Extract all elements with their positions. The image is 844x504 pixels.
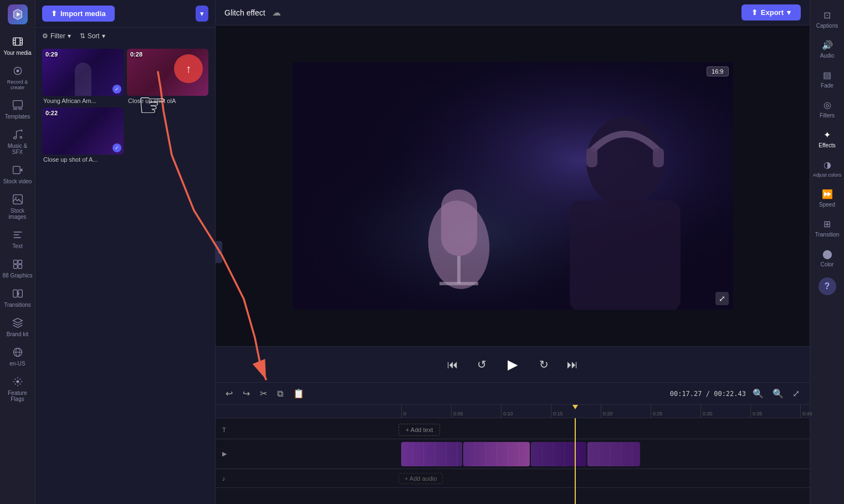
fade-label: Fade <box>821 83 833 89</box>
filter-chevron: ▾ <box>68 32 71 40</box>
collapse-panel-button[interactable]: ‹ <box>216 241 222 263</box>
right-sidebar-item-captions[interactable]: ⊡ Captions <box>810 4 844 34</box>
filter-label: Filter <box>50 32 65 40</box>
sidebar-item-music-sfx[interactable]: Music & SFX <box>0 124 35 160</box>
top-bar: Glitch effect ☁ ⬆ Export ▾ <box>216 0 810 25</box>
right-sidebar: ⊡ Captions 🔊 Audio ▤ Fade ◎ Filters ✦ Ef… <box>810 0 844 504</box>
right-sidebar-item-transition[interactable]: ⊞ Transition <box>810 213 844 243</box>
skip-forward-button[interactable]: ⏭ <box>564 356 581 373</box>
playhead-triangle <box>572 405 578 409</box>
import-label: Import media <box>60 9 106 18</box>
import-icon: ⬆ <box>51 9 57 18</box>
play-button[interactable]: ▶ <box>502 353 524 376</box>
export-label: Export <box>761 8 784 17</box>
audio-track-content[interactable]: + Add audio <box>398 469 810 487</box>
add-audio-button[interactable]: + Add audio <box>398 473 443 484</box>
stock-images-icon <box>12 193 24 205</box>
right-sidebar-item-color[interactable]: ⬤ Color <box>810 243 844 273</box>
timeline-toolbar: ↩ ↪ ✂ ⧉ 📋 00:17.27 / 00:22.43 🔍 🔍 ⤢ <box>216 383 810 405</box>
music-icon <box>12 128 24 141</box>
help-button[interactable]: ? <box>819 277 836 295</box>
redo-button[interactable]: ↪ <box>239 386 253 401</box>
svg-rect-38 <box>653 148 664 167</box>
sort-chevron: ▾ <box>102 32 105 40</box>
zoom-in-button[interactable]: 🔍 <box>769 387 787 400</box>
sort-icon: ⇅ <box>80 32 85 40</box>
feature-icon <box>12 376 24 388</box>
skip-back-button[interactable]: ⏮ <box>444 356 462 373</box>
svg-marker-15 <box>20 168 22 172</box>
sidebar-item-label: 88 Graphics <box>3 272 33 279</box>
clip3-duration: 0:22 <box>45 110 58 116</box>
ruler-tick-035: 0:35 <box>750 405 800 418</box>
svg-rect-37 <box>586 148 597 167</box>
right-sidebar-item-fade[interactable]: ▤ Fade <box>810 64 844 94</box>
video-clip-3[interactable] <box>531 442 586 466</box>
video-clip-2[interactable] <box>463 442 530 466</box>
text-track: T + Add text <box>216 420 810 439</box>
svg-rect-32 <box>441 189 477 256</box>
sidebar-item-stock-video[interactable]: Stock video <box>0 160 35 189</box>
template-icon <box>12 99 24 111</box>
undo-button[interactable]: ↩ <box>222 386 236 401</box>
media-item[interactable]: 0:22 ✓ Close up shot of A... <box>42 107 124 163</box>
clip3-check: ✓ <box>112 143 121 152</box>
sidebar-item-feature-flags[interactable]: Feature Flags <box>0 371 35 407</box>
clip2-duration: 0:28 <box>130 51 142 58</box>
svg-point-13 <box>20 136 22 138</box>
media-item[interactable]: 0:29 ✓ Young African Am... <box>42 49 124 104</box>
audio-track: ♪ + Add audio <box>216 469 810 488</box>
right-sidebar-item-effects[interactable]: ✦ Effects <box>810 124 844 154</box>
sidebar-item-label: Templates <box>5 114 30 120</box>
sidebar-item-templates[interactable]: Templates <box>0 95 35 124</box>
sidebar-item-brand-kit[interactable]: Brand kit <box>0 312 35 342</box>
clip2-label: Close up shot olA <box>127 96 208 104</box>
rewind-5s-button[interactable]: ↺ <box>473 356 490 373</box>
transition-icon: ⊞ <box>823 219 831 229</box>
sidebar-item-label: Transitions <box>4 302 31 308</box>
paste-button[interactable]: 📋 <box>290 386 308 401</box>
media-item-dragging[interactable]: 0:28 ↑ Close up shot olA <box>127 49 208 104</box>
filter-icon: ⚙ <box>42 32 48 40</box>
sidebar-item-label: Text <box>12 243 22 249</box>
sidebar-item-en-us[interactable]: en-US <box>0 342 35 371</box>
import-dropdown-button[interactable]: ▾ <box>196 6 208 22</box>
copy-button[interactable]: ⧉ <box>274 387 287 401</box>
left-sidebar: Your media Record &create Templates Musi… <box>0 0 35 504</box>
fullscreen-button[interactable]: ⤢ <box>715 292 729 305</box>
sidebar-item-stock-images[interactable]: Stock images <box>0 189 35 224</box>
svg-rect-36 <box>570 200 681 310</box>
text-icon <box>12 229 24 241</box>
time-display: 00:17.27 / 00:22.43 <box>670 390 746 398</box>
color-label: Color <box>821 261 834 268</box>
add-text-button[interactable]: + Add text <box>398 424 440 436</box>
sort-button[interactable]: ⇅ Sort ▾ <box>80 32 105 40</box>
right-sidebar-item-filters[interactable]: ◎ Filters <box>810 94 844 124</box>
video-clip-1[interactable] <box>401 442 462 466</box>
right-sidebar-item-adjust-colors[interactable]: ◑ Adjust colors <box>810 154 844 183</box>
brand-icon <box>12 317 24 329</box>
speed-label: Speed <box>819 202 835 208</box>
fit-timeline-button[interactable]: ⤢ <box>789 387 803 400</box>
sidebar-item-text[interactable]: Text <box>0 224 35 254</box>
sidebar-item-record-create[interactable]: Record &create <box>0 60 35 95</box>
sidebar-item-graphics[interactable]: 88 Graphics <box>0 254 35 283</box>
sidebar-item-your-media[interactable]: Your media <box>0 31 35 60</box>
help-label: ? <box>825 281 830 291</box>
aspect-ratio-badge: 16:9 <box>707 66 728 76</box>
right-sidebar-item-audio[interactable]: 🔊 Audio <box>810 34 844 64</box>
transition-label: Transition <box>815 232 840 238</box>
video-content <box>293 62 733 310</box>
filter-button[interactable]: ⚙ Filter ▾ <box>42 32 71 40</box>
forward-5s-button[interactable]: ↻ <box>535 356 553 373</box>
sidebar-item-transitions[interactable]: Transitions <box>0 283 35 312</box>
cut-button[interactable]: ✂ <box>257 386 270 401</box>
export-button[interactable]: ⬆ Export ▾ <box>741 4 801 20</box>
right-sidebar-item-speed[interactable]: ⏩ Speed <box>810 183 844 213</box>
audio-label: Audio <box>820 53 835 59</box>
adjust-colors-label: Adjust colors <box>813 172 842 178</box>
video-clip-4[interactable] <box>587 442 640 466</box>
zoom-out-button[interactable]: 🔍 <box>749 387 767 400</box>
text-track-content[interactable]: + Add text <box>398 420 810 439</box>
import-media-button[interactable]: ⬆ Import media <box>42 6 115 22</box>
